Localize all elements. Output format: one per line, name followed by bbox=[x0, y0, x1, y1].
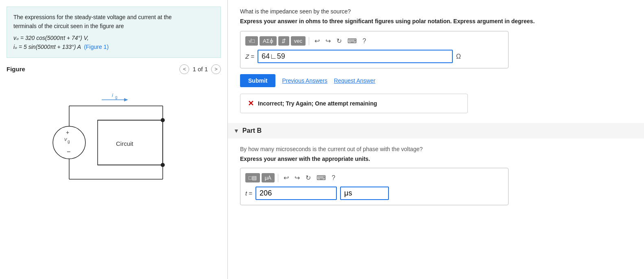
figure-link[interactable]: (Figure 1) bbox=[84, 44, 109, 50]
figure-label-row: Figure < 1 of 1 > bbox=[7, 64, 221, 74]
part-a-answer-box: √□ AΣϕ ⇵ vec ↩ ↪ ↻ ⌨ ? Z = Ω bbox=[240, 31, 509, 68]
right-panel: What is the impedance seen by the source… bbox=[228, 0, 644, 279]
part-b-undo-button[interactable]: ↩ bbox=[282, 173, 291, 182]
request-answer-button[interactable]: Request Answer bbox=[334, 77, 375, 84]
nav-row: < 1 of 1 > bbox=[179, 64, 221, 74]
part-b-answer-box: □▤ μȦ ↩ ↪ ↻ ⌨ ? t = bbox=[240, 168, 509, 205]
previous-answers-button[interactable]: Previous Answers bbox=[282, 77, 327, 84]
svg-text:i: i bbox=[112, 92, 114, 98]
chevron-down-icon: ▼ bbox=[234, 127, 239, 134]
question-instruction: Express your answer in ohms to three sig… bbox=[240, 18, 632, 24]
svg-text:−: − bbox=[67, 148, 70, 155]
figure-label: Figure bbox=[7, 66, 25, 72]
part-b-keyboard-button[interactable]: ⌨ bbox=[314, 173, 328, 182]
part-a-input-row: Z = Ω bbox=[245, 50, 503, 63]
error-text: Incorrect; Try Again; One attempt remain… bbox=[258, 100, 377, 107]
left-panel: The expressions for the steady-state vol… bbox=[0, 0, 228, 279]
part-b-help-button[interactable]: ? bbox=[330, 174, 337, 182]
error-box: ✕ Incorrect; Try Again; One attempt rema… bbox=[240, 94, 468, 113]
svg-text:+: + bbox=[66, 129, 69, 136]
part-b-question: By how many microseconds is the current … bbox=[240, 146, 632, 152]
part-b-input-label: t = bbox=[245, 190, 252, 197]
svg-text:g: g bbox=[115, 95, 118, 99]
problem-line1: The expressions for the steady-state vol… bbox=[13, 13, 214, 22]
toolbar-separator bbox=[309, 37, 309, 45]
part-b-toolbar: □▤ μȦ ↩ ↪ ↻ ⌨ ? bbox=[245, 173, 503, 182]
part-b-label: Part B bbox=[242, 127, 262, 134]
part-a-unit-symbol: Ω bbox=[456, 53, 461, 60]
part-b-header[interactable]: ▼ Part B bbox=[228, 123, 644, 138]
help-button[interactable]: ? bbox=[360, 37, 368, 46]
symbol-button[interactable]: AΣϕ bbox=[260, 36, 277, 46]
part-a-input-label: Z = bbox=[245, 53, 254, 60]
arrow-button[interactable]: ⇵ bbox=[278, 36, 289, 46]
error-icon: ✕ bbox=[248, 99, 254, 108]
nav-count: 1 of 1 bbox=[192, 66, 208, 72]
part-b-symbol-button[interactable]: μȦ bbox=[262, 173, 275, 182]
ig-expression: iₒ = 5 sin(5000πt + 133°) A (Figure 1) bbox=[13, 42, 214, 51]
part-b-reload-button[interactable]: ↻ bbox=[303, 173, 313, 182]
nav-next-button[interactable]: > bbox=[211, 64, 221, 74]
radical-button[interactable]: √□ bbox=[245, 36, 258, 46]
keyboard-button[interactable]: ⌨ bbox=[345, 36, 359, 46]
part-a-toolbar: √□ AΣϕ ⇵ vec ↩ ↪ ↻ ⌨ ? bbox=[245, 36, 503, 46]
part-b-toolbar-separator bbox=[278, 174, 278, 182]
problem-line2: terminals of the circuit seen in the fig… bbox=[13, 22, 214, 31]
vg-expression: vₒ = 320 cos(5000πt + 74°) V, bbox=[13, 33, 214, 42]
vec-button[interactable]: vec bbox=[291, 36, 306, 46]
part-b-units-button[interactable]: □▤ bbox=[245, 173, 260, 182]
circuit-container: i g v g + − bbox=[7, 77, 221, 208]
part-b-unit-input[interactable] bbox=[340, 187, 389, 200]
action-row: Submit Previous Answers Request Answer bbox=[240, 74, 632, 87]
undo-button[interactable]: ↩ bbox=[312, 36, 322, 46]
part-b-instruction: Express your answer with the appropriate… bbox=[240, 156, 632, 162]
problem-statement: The expressions for the steady-state vol… bbox=[7, 7, 221, 58]
svg-text:g: g bbox=[68, 139, 70, 144]
nav-prev-button[interactable]: < bbox=[179, 64, 189, 74]
question-text: What is the impedance seen by the source… bbox=[240, 8, 632, 15]
svg-marker-3 bbox=[124, 98, 128, 101]
part-b-redo-button[interactable]: ↪ bbox=[293, 173, 302, 182]
part-a-answer-input[interactable] bbox=[258, 50, 453, 63]
part-b-input-row: t = bbox=[245, 187, 503, 200]
part-b-answer-input[interactable] bbox=[255, 187, 337, 200]
svg-text:Circuit: Circuit bbox=[116, 140, 133, 147]
reload-button[interactable]: ↻ bbox=[334, 36, 344, 46]
svg-text:v: v bbox=[64, 136, 68, 142]
redo-button[interactable]: ↪ bbox=[323, 36, 333, 46]
circuit-diagram: i g v g + − bbox=[37, 86, 191, 200]
submit-button[interactable]: Submit bbox=[240, 74, 275, 87]
